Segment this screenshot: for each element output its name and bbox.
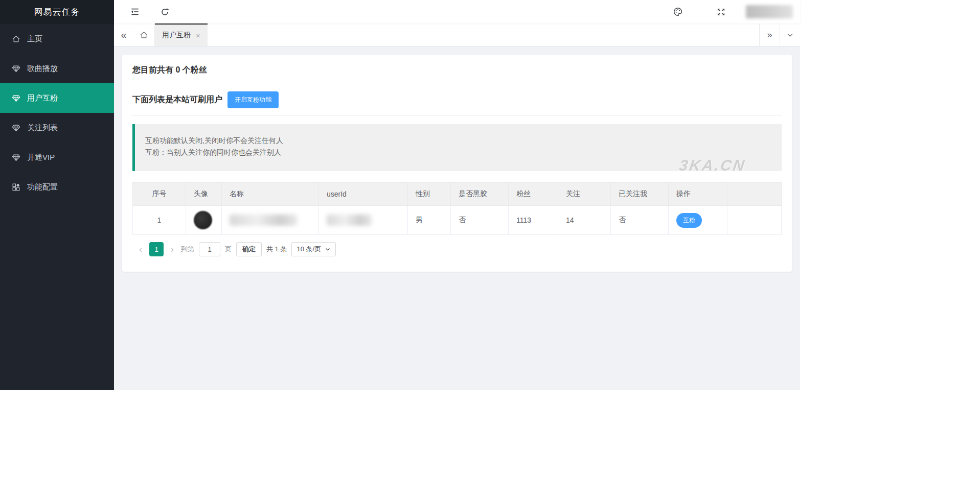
- cell-action: 互粉: [669, 206, 727, 235]
- refresh-icon[interactable]: [156, 3, 173, 20]
- prev-page-icon[interactable]: ‹: [136, 244, 145, 255]
- gem-icon: [11, 153, 20, 162]
- avatar: [194, 211, 212, 229]
- col-header-index: 序号: [133, 183, 186, 206]
- sidebar-item-feature-config[interactable]: 功能配置: [0, 172, 114, 202]
- sidebar-item-mutual-follow[interactable]: 用户互粉: [0, 83, 114, 113]
- cell-empty: [727, 206, 782, 235]
- gem-icon: [11, 64, 20, 73]
- username-redacted[interactable]: [746, 5, 793, 18]
- col-header-avatar: 头像: [186, 183, 222, 206]
- fullscreen-icon[interactable]: [712, 3, 730, 20]
- next-page-icon[interactable]: ›: [168, 244, 176, 255]
- enable-mutual-follow-button[interactable]: 开启互粉功能: [227, 91, 279, 108]
- tabs-spacer: [208, 23, 759, 46]
- goto-page-input[interactable]: [199, 242, 220, 256]
- table-row: 1 男 否 1113: [133, 206, 782, 235]
- sidebar-item-label: 关注列表: [27, 123, 58, 133]
- users-table: 序号 头像 名称 userId 性别 是否黑胶 粉丝 关注 已关注我 操作: [132, 182, 782, 235]
- tabs-scroll-right-icon[interactable]: »: [759, 23, 780, 46]
- gem-icon: [11, 93, 20, 103]
- fans-summary-section: 您目前共有 0 个粉丝: [132, 57, 782, 83]
- mutual-follow-card: 您目前共有 0 个粉丝 下面列表是本站可刷用户 开启互粉功能 互粉功能默认关闭,…: [122, 55, 792, 272]
- col-header-name: 名称: [222, 183, 319, 206]
- tabs-menu-chevron-icon[interactable]: [780, 23, 800, 46]
- sidebar-collapse-icon[interactable]: [126, 3, 144, 20]
- name-redacted: [230, 214, 297, 226]
- sidebar-item-label: 歌曲播放: [27, 64, 58, 74]
- sidebar-item-home[interactable]: 主页: [0, 24, 114, 54]
- fans-count-heading: 您目前共有 0 个粉丝: [132, 65, 207, 74]
- sidebar-nav: 主页 歌曲播放 用户互粉: [0, 24, 114, 202]
- tab-label: 用户互粉: [162, 31, 191, 40]
- page-content: 您目前共有 0 个粉丝 下面列表是本站可刷用户 开启互粉功能 互粉功能默认关闭,…: [114, 46, 800, 390]
- notice-line-2: 互粉：当别人关注你的同时你也会关注别人: [145, 147, 771, 158]
- col-header-gender: 性别: [408, 183, 451, 206]
- sidebar-item-label: 功能配置: [27, 182, 58, 192]
- col-header-action: 操作: [669, 183, 727, 206]
- userid-redacted: [327, 214, 372, 226]
- theme-palette-icon[interactable]: [669, 3, 687, 20]
- gem-icon: [11, 123, 20, 132]
- cell-fans: 1113: [509, 206, 558, 235]
- goto-confirm-button[interactable]: 确定: [236, 242, 262, 256]
- col-header-followed-me: 已关注我: [611, 183, 669, 206]
- col-header-following: 关注: [558, 183, 611, 206]
- cell-following: 14: [558, 206, 611, 235]
- sidebar-item-song-play[interactable]: 歌曲播放: [0, 54, 114, 83]
- page-size-value: 10 条/页: [297, 245, 321, 254]
- topbar-actions: [669, 3, 793, 20]
- sidebar-item-label: 用户互粉: [27, 93, 58, 103]
- cell-gender: 男: [408, 206, 451, 235]
- cell-vinyl: 否: [451, 206, 509, 235]
- cell-name: [222, 206, 319, 235]
- home-icon: [11, 34, 20, 43]
- tabs-scroll-left-icon[interactable]: «: [114, 23, 133, 46]
- cell-index: 1: [133, 206, 186, 235]
- app-title: 网易云任务: [0, 0, 114, 24]
- list-heading: 下面列表是本站可刷用户: [132, 94, 222, 105]
- page-size-select[interactable]: 10 条/页: [291, 242, 336, 256]
- col-header-userid: userId: [319, 183, 408, 206]
- main-area: « 用户互粉 × » 您目前共有 0 个粉丝: [114, 0, 800, 390]
- pagination: ‹ 1 › 到第 页 确定 共 1 条 10 条/页: [132, 235, 782, 256]
- notice-line-1: 互粉功能默认关闭,关闭时你不会关注任何人: [145, 135, 771, 147]
- cell-followed-me: 否: [611, 206, 669, 235]
- cell-avatar: [186, 206, 222, 235]
- total-count-label: 共 1 条: [266, 245, 287, 254]
- tabs-bar: « 用户互粉 × »: [114, 23, 800, 46]
- goto-suffix-label: 页: [225, 245, 232, 254]
- app-window: 网易云任务 主页 歌曲播放: [0, 0, 800, 390]
- col-header-vinyl: 是否黑胶: [451, 183, 509, 206]
- list-heading-section: 下面列表是本站可刷用户 开启互粉功能: [132, 83, 782, 116]
- goto-prefix-label: 到第: [181, 245, 194, 254]
- table-header-row: 序号 头像 名称 userId 性别 是否黑胶 粉丝 关注 已关注我 操作: [133, 183, 782, 206]
- sidebar-item-vip[interactable]: 开通VIP: [0, 142, 114, 172]
- tab-home[interactable]: [133, 23, 155, 46]
- sidebar: 网易云任务 主页 歌曲播放: [0, 0, 114, 390]
- col-header-empty: [727, 183, 782, 206]
- mutual-follow-row-button[interactable]: 互粉: [676, 213, 702, 228]
- sidebar-item-follow-list[interactable]: 关注列表: [0, 113, 114, 142]
- top-navbar: [114, 0, 800, 23]
- chevron-down-icon: [325, 246, 331, 252]
- notice-box: 互粉功能默认关闭,关闭时你不会关注任何人 互粉：当别人关注你的同时你也会关注别人: [132, 124, 782, 171]
- sidebar-item-label: 开通VIP: [27, 153, 55, 162]
- tab-mutual-follow[interactable]: 用户互粉 ×: [155, 23, 208, 46]
- cell-userid: [319, 206, 408, 235]
- components-grid-icon: [11, 182, 20, 192]
- tab-close-icon[interactable]: ×: [196, 31, 200, 40]
- col-header-fans: 粉丝: [509, 183, 558, 206]
- sidebar-item-label: 主页: [27, 34, 42, 44]
- page-number-current[interactable]: 1: [149, 242, 164, 256]
